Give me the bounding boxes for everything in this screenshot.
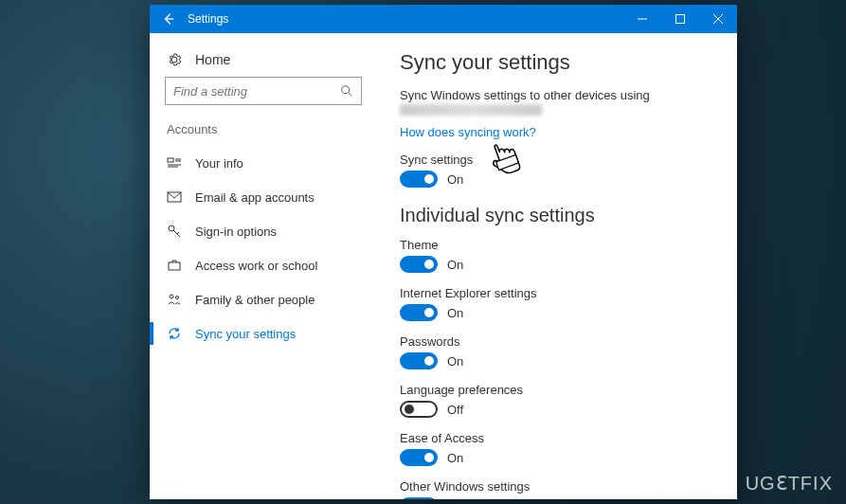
ease-label: Ease of Access bbox=[400, 431, 714, 445]
svg-point-16 bbox=[170, 295, 173, 298]
sidebar-item-label: Sync your settings bbox=[195, 327, 296, 341]
ease-block: Ease of Access On bbox=[400, 431, 714, 466]
category-label: Accounts bbox=[150, 118, 377, 146]
maximize-icon bbox=[675, 14, 685, 24]
search-input[interactable] bbox=[173, 84, 340, 99]
sidebar-item-label: Your info bbox=[195, 156, 243, 171]
sync-description: Sync Windows settings to other devices u… bbox=[400, 88, 714, 102]
key-icon bbox=[167, 224, 182, 239]
ie-state: On bbox=[447, 306, 463, 320]
sync-icon bbox=[167, 326, 182, 341]
theme-block: Theme On bbox=[400, 238, 714, 273]
search-icon bbox=[340, 84, 353, 98]
ie-toggle[interactable] bbox=[400, 304, 438, 321]
ease-state: On bbox=[447, 451, 463, 465]
close-icon bbox=[713, 14, 723, 24]
theme-label: Theme bbox=[400, 238, 714, 252]
briefcase-icon bbox=[167, 258, 182, 273]
ie-label: Internet Explorer settings bbox=[400, 286, 714, 300]
ease-toggle[interactable] bbox=[400, 449, 438, 466]
arrow-left-icon bbox=[162, 12, 175, 26]
titlebar: Settings bbox=[150, 5, 737, 33]
svg-rect-15 bbox=[169, 262, 180, 270]
sidebar: Home Accounts Your info Email & app acco… bbox=[150, 33, 377, 499]
close-button[interactable] bbox=[699, 5, 737, 33]
sidebar-item-label: Email & app accounts bbox=[195, 190, 315, 205]
minimize-icon bbox=[638, 14, 647, 24]
gear-icon bbox=[167, 52, 182, 67]
passwords-block: Passwords On bbox=[400, 334, 714, 369]
account-email-blurred bbox=[400, 104, 542, 116]
window-title: Settings bbox=[188, 12, 623, 26]
passwords-label: Passwords bbox=[400, 334, 714, 349]
svg-point-17 bbox=[176, 297, 179, 299]
maximize-button[interactable] bbox=[661, 5, 699, 33]
ie-block: Internet Explorer settings On bbox=[400, 286, 714, 321]
sidebar-item-work-school[interactable]: Access work or school bbox=[150, 248, 377, 282]
language-toggle[interactable] bbox=[400, 401, 438, 418]
back-button[interactable] bbox=[150, 5, 188, 33]
theme-state: On bbox=[447, 258, 463, 272]
home-button[interactable]: Home bbox=[150, 46, 377, 77]
svg-line-5 bbox=[349, 93, 352, 97]
sync-settings-toggle[interactable] bbox=[400, 171, 438, 188]
passwords-toggle[interactable] bbox=[400, 352, 438, 369]
svg-point-4 bbox=[342, 86, 350, 94]
other-block: Other Windows settings On bbox=[400, 479, 714, 499]
other-state: On bbox=[447, 499, 463, 500]
language-block: Language preferences Off bbox=[400, 383, 714, 418]
sidebar-item-your-info[interactable]: Your info bbox=[150, 146, 377, 180]
language-state: Off bbox=[447, 403, 463, 417]
svg-rect-1 bbox=[676, 15, 685, 24]
main-content: Sync your settings Sync Windows settings… bbox=[377, 33, 737, 499]
sidebar-item-label: Sign-in options bbox=[195, 225, 277, 239]
other-label: Other Windows settings bbox=[400, 479, 714, 494]
theme-toggle[interactable] bbox=[400, 256, 438, 273]
sidebar-item-label: Access work or school bbox=[195, 259, 317, 273]
other-toggle[interactable] bbox=[400, 497, 438, 499]
mail-icon bbox=[167, 189, 182, 205]
individual-heading: Individual sync settings bbox=[400, 205, 714, 226]
svg-line-13 bbox=[173, 230, 180, 237]
watermark: UGℇTFIX bbox=[746, 472, 833, 495]
svg-rect-6 bbox=[168, 158, 173, 162]
sidebar-item-signin[interactable]: Sign-in options bbox=[150, 214, 377, 248]
minimize-button[interactable] bbox=[623, 5, 661, 33]
sidebar-item-label: Family & other people bbox=[195, 293, 315, 307]
sidebar-item-family[interactable]: Family & other people bbox=[150, 282, 377, 316]
how-syncing-works-link[interactable]: How does syncing work? bbox=[400, 125, 536, 139]
search-box[interactable] bbox=[165, 77, 362, 105]
language-label: Language preferences bbox=[400, 383, 714, 397]
passwords-state: On bbox=[447, 354, 463, 369]
svg-line-14 bbox=[177, 232, 179, 234]
person-card-icon bbox=[167, 155, 182, 171]
sync-settings-block: Sync settings On bbox=[400, 153, 714, 188]
page-heading: Sync your settings bbox=[400, 50, 714, 75]
sync-settings-label: Sync settings bbox=[400, 153, 714, 167]
sidebar-item-sync[interactable]: Sync your settings bbox=[150, 316, 377, 351]
sidebar-item-email[interactable]: Email & app accounts bbox=[150, 180, 377, 214]
people-icon bbox=[167, 292, 182, 307]
home-label: Home bbox=[195, 52, 230, 67]
settings-window: Settings Home Accounts Your info bbox=[150, 5, 737, 499]
sync-settings-state: On bbox=[447, 172, 463, 187]
